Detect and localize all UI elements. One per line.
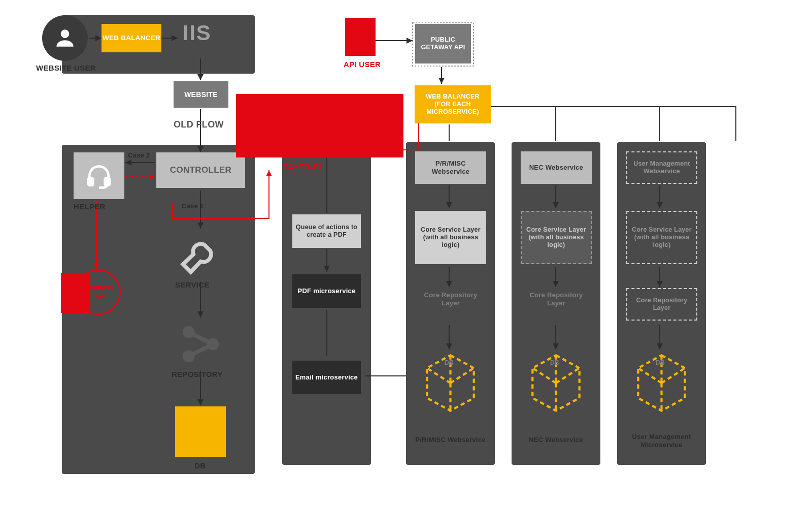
headset-icon [85, 162, 113, 190]
helper-label: HELPER [74, 202, 106, 211]
wrench-icon [175, 231, 226, 278]
old-flow-label: OLD FLOW [174, 119, 224, 131]
ms1-core-service-label: Core Service Layer (with all business lo… [417, 226, 484, 249]
service-label: SERVICE [175, 280, 210, 290]
website-box: WEBSITE [174, 81, 228, 108]
ms3-footer-label: User Management Microservice [617, 433, 706, 449]
repository-label: REPOSITORY [172, 370, 223, 379]
svg-rect-29 [88, 178, 93, 185]
website-user-label: WEBSITE USER [36, 64, 96, 73]
db-box [175, 406, 226, 457]
website-user-icon [42, 15, 88, 61]
ms2-webservice: NEC Webservice [521, 151, 592, 184]
api-user-box [345, 18, 376, 56]
ms1-core-service: Core Service Layer (with all business lo… [415, 211, 486, 264]
ms3-db-label: DB [648, 359, 673, 366]
ms2-webservice-label: NEC Webservice [529, 164, 584, 172]
service-box [175, 231, 226, 278]
ms2-db-label: DB [542, 359, 567, 366]
payer-bl-label: PAYER-BL [283, 163, 324, 172]
helper-box [74, 152, 124, 199]
ms2-core-service: Core Service Layer (with all business lo… [521, 211, 592, 264]
api-user-label: API USER [344, 60, 381, 69]
ms1-footer-label: P/R/MISC Webservice [406, 436, 495, 444]
public-gateway-label: PUBLIC GETAWAY API [415, 36, 471, 51]
ms1-webservice: P/R/MISC Webservice [415, 151, 486, 184]
db-label: DB [194, 461, 206, 470]
ms3-core-service-label: Core Service Layer (with all business lo… [629, 226, 694, 249]
email-microservice-box: Email microservice [292, 361, 361, 394]
ms3-webservice-label: User Management Webservice [629, 160, 694, 175]
ms3-webservice: User Management Webservice [626, 151, 697, 184]
controller-box: CONTROLLER [156, 152, 245, 188]
web-balancer-box: WEB BALANCER [101, 24, 161, 52]
web-balancer-label: WEB BALANCER [103, 34, 160, 42]
case1-label: Case 1 [182, 202, 204, 210]
ms1-webservice-label: P/R/MISC Webservice [417, 160, 484, 175]
business-logic-circle: Business Logic [75, 269, 121, 315]
ms1-db-label: DB [436, 359, 462, 366]
ms3-core-repo: Core Repository Layer [626, 288, 697, 321]
case2-label: Case 2 [128, 151, 150, 160]
web-balancer-2-label: WEB BALANCER (FOR EACH MICROSERVICE) [418, 93, 488, 116]
ms2-footer-label: NEC Webservice [512, 436, 600, 444]
pdf-queue-label: Queue of actions to create a PDF [294, 224, 359, 239]
payer-bl-box [236, 94, 403, 157]
ms2-core-repo-label: Core Repository Layer [521, 291, 592, 307]
ms2-core-service-label: Core Service Layer (with all business lo… [524, 226, 589, 249]
ms1-core-repo-label: Core Repository Layer [415, 291, 486, 307]
pdf-microservice-label: PDF microservice [298, 287, 356, 295]
repository-icon [177, 320, 225, 368]
web-balancer-2-box: WEB BALANCER (FOR EACH MICROSERVICE) [415, 85, 491, 123]
business-logic-label: Business Logic [77, 283, 119, 301]
ms3-core-service: Core Service Layer (with all business lo… [626, 211, 697, 264]
website-label: WEBSITE [184, 90, 218, 99]
svg-point-28 [61, 29, 70, 38]
public-gateway-box: PUBLIC GETAWAY API [415, 24, 471, 64]
pdf-microservice-box: PDF microservice [292, 274, 361, 308]
controller-label: CONTROLLER [170, 165, 231, 175]
email-microservice-label: Email microservice [295, 373, 358, 382]
architecture-diagram: WEBSITE USER WEB BALANCER IIS WEBSITE OL… [0, 0, 812, 508]
ms3-core-repo-label: Core Repository Layer [629, 297, 694, 312]
pdf-queue-box: Queue of actions to create a PDF [292, 214, 361, 248]
iis-label: IIS [183, 20, 211, 46]
